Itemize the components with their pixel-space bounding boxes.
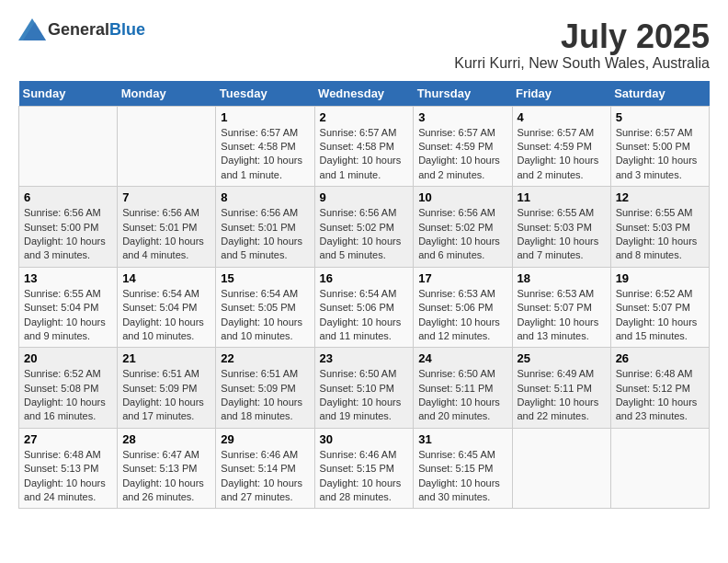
calendar-cell <box>610 428 709 509</box>
weekday-sunday: Sunday <box>19 81 118 107</box>
cell-text: Daylight: 10 hours and 20 minutes. <box>418 396 506 424</box>
calendar-week-row: 6Sunrise: 6:56 AMSunset: 5:00 PMDaylight… <box>19 187 710 268</box>
cell-text: Daylight: 10 hours and 27 minutes. <box>221 477 309 505</box>
title-block: July 2025 Kurri Kurri, New South Wales, … <box>454 18 710 72</box>
day-number: 24 <box>418 351 506 365</box>
calendar-cell: 22Sunrise: 6:51 AMSunset: 5:09 PMDayligh… <box>216 348 314 429</box>
logo-general: General <box>48 20 109 39</box>
cell-text: Daylight: 10 hours and 9 minutes. <box>24 316 112 344</box>
calendar-cell: 4Sunrise: 6:57 AMSunset: 4:59 PMDaylight… <box>512 106 610 187</box>
cell-text: Sunset: 5:04 PM <box>24 301 112 315</box>
calendar-cell: 24Sunrise: 6:50 AMSunset: 5:11 PMDayligh… <box>414 348 512 429</box>
calendar-cell: 1Sunrise: 6:57 AMSunset: 4:58 PMDaylight… <box>216 106 314 187</box>
calendar-body: 1Sunrise: 6:57 AMSunset: 4:58 PMDaylight… <box>19 106 710 509</box>
cell-text: Daylight: 10 hours and 2 minutes. <box>418 154 506 182</box>
calendar-week-row: 20Sunrise: 6:52 AMSunset: 5:08 PMDayligh… <box>19 348 710 429</box>
calendar-cell: 6Sunrise: 6:56 AMSunset: 5:00 PMDaylight… <box>19 187 118 268</box>
calendar-cell: 25Sunrise: 6:49 AMSunset: 5:11 PMDayligh… <box>512 348 610 429</box>
cell-text: Sunset: 5:02 PM <box>320 221 409 235</box>
cell-text: Sunset: 5:06 PM <box>320 301 409 315</box>
weekday-wednesday: Wednesday <box>314 81 414 107</box>
cell-text: Daylight: 10 hours and 1 minute. <box>320 154 409 182</box>
calendar-cell: 20Sunrise: 6:52 AMSunset: 5:08 PMDayligh… <box>19 348 118 429</box>
cell-text: Sunrise: 6:55 AM <box>616 206 704 220</box>
cell-text: Daylight: 10 hours and 1 minute. <box>221 154 309 182</box>
logo-icon <box>18 18 46 40</box>
cell-text: Sunset: 5:03 PM <box>518 221 606 235</box>
cell-text: Sunset: 5:15 PM <box>418 462 506 476</box>
cell-text: Sunrise: 6:52 AM <box>616 287 704 301</box>
calendar-cell: 13Sunrise: 6:55 AMSunset: 5:04 PMDayligh… <box>19 267 118 348</box>
calendar-cell: 5Sunrise: 6:57 AMSunset: 5:00 PMDaylight… <box>610 106 709 187</box>
cell-text: Sunset: 5:07 PM <box>518 301 606 315</box>
cell-text: Sunrise: 6:48 AM <box>616 367 704 381</box>
calendar-cell: 31Sunrise: 6:45 AMSunset: 5:15 PMDayligh… <box>414 428 512 509</box>
cell-text: Sunrise: 6:53 AM <box>518 287 606 301</box>
day-number: 5 <box>616 110 704 124</box>
cell-text: Daylight: 10 hours and 6 minutes. <box>418 235 506 263</box>
calendar-cell: 15Sunrise: 6:54 AMSunset: 5:05 PMDayligh… <box>216 267 314 348</box>
cell-text: Sunrise: 6:52 AM <box>24 367 112 381</box>
cell-text: Sunrise: 6:50 AM <box>320 367 409 381</box>
cell-text: Sunrise: 6:55 AM <box>518 206 606 220</box>
calendar-cell: 18Sunrise: 6:53 AMSunset: 5:07 PMDayligh… <box>512 267 610 348</box>
cell-text: Sunset: 4:58 PM <box>221 140 309 154</box>
calendar-cell: 19Sunrise: 6:52 AMSunset: 5:07 PMDayligh… <box>610 267 709 348</box>
cell-text: Sunset: 5:14 PM <box>221 462 309 476</box>
cell-text: Sunrise: 6:57 AM <box>320 126 409 140</box>
calendar-cell: 16Sunrise: 6:54 AMSunset: 5:06 PMDayligh… <box>314 267 414 348</box>
calendar-cell <box>118 106 216 187</box>
cell-text: Sunset: 5:10 PM <box>320 382 409 396</box>
day-number: 2 <box>320 110 409 124</box>
cell-text: Daylight: 10 hours and 4 minutes. <box>122 235 210 263</box>
cell-text: Sunset: 4:58 PM <box>320 140 409 154</box>
calendar-cell: 14Sunrise: 6:54 AMSunset: 5:04 PMDayligh… <box>118 267 216 348</box>
cell-text: Sunrise: 6:56 AM <box>320 206 409 220</box>
cell-text: Daylight: 10 hours and 16 minutes. <box>24 396 112 424</box>
cell-text: Sunrise: 6:51 AM <box>122 367 210 381</box>
cell-text: Sunset: 5:02 PM <box>418 221 506 235</box>
calendar-week-row: 27Sunrise: 6:48 AMSunset: 5:13 PMDayligh… <box>19 428 710 509</box>
day-number: 4 <box>518 110 606 124</box>
cell-text: Sunrise: 6:46 AM <box>320 448 409 462</box>
day-number: 16 <box>320 271 409 285</box>
calendar-cell: 10Sunrise: 6:56 AMSunset: 5:02 PMDayligh… <box>414 187 512 268</box>
day-number: 29 <box>221 432 309 446</box>
calendar-cell: 26Sunrise: 6:48 AMSunset: 5:12 PMDayligh… <box>610 348 709 429</box>
cell-text: Daylight: 10 hours and 24 minutes. <box>24 477 112 505</box>
cell-text: Sunset: 5:05 PM <box>221 301 309 315</box>
page-header: GeneralBlue July 2025 Kurri Kurri, New S… <box>18 18 710 72</box>
day-number: 22 <box>221 351 309 365</box>
day-number: 11 <box>518 190 606 204</box>
day-number: 6 <box>24 190 112 204</box>
day-number: 31 <box>418 432 506 446</box>
cell-text: Sunset: 5:08 PM <box>24 382 112 396</box>
day-number: 13 <box>24 271 112 285</box>
location-title: Kurri Kurri, New South Wales, Australia <box>454 55 710 72</box>
day-number: 7 <box>122 190 210 204</box>
calendar-table: SundayMondayTuesdayWednesdayThursdayFrid… <box>18 81 710 510</box>
weekday-thursday: Thursday <box>414 81 512 107</box>
day-number: 26 <box>616 351 704 365</box>
calendar-week-row: 13Sunrise: 6:55 AMSunset: 5:04 PMDayligh… <box>19 267 710 348</box>
cell-text: Daylight: 10 hours and 17 minutes. <box>122 396 210 424</box>
calendar-cell: 29Sunrise: 6:46 AMSunset: 5:14 PMDayligh… <box>216 428 314 509</box>
cell-text: Sunrise: 6:54 AM <box>320 287 409 301</box>
day-number: 3 <box>418 110 506 124</box>
cell-text: Sunrise: 6:54 AM <box>221 287 309 301</box>
cell-text: Daylight: 10 hours and 10 minutes. <box>221 316 309 344</box>
cell-text: Sunrise: 6:55 AM <box>24 287 112 301</box>
cell-text: Sunset: 5:15 PM <box>320 462 409 476</box>
weekday-saturday: Saturday <box>610 81 709 107</box>
cell-text: Sunrise: 6:57 AM <box>616 126 704 140</box>
cell-text: Sunset: 5:11 PM <box>518 382 606 396</box>
calendar-cell: 8Sunrise: 6:56 AMSunset: 5:01 PMDaylight… <box>216 187 314 268</box>
day-number: 27 <box>24 432 112 446</box>
day-number: 15 <box>221 271 309 285</box>
cell-text: Daylight: 10 hours and 7 minutes. <box>518 235 606 263</box>
cell-text: Sunrise: 6:54 AM <box>122 287 210 301</box>
calendar-cell: 2Sunrise: 6:57 AMSunset: 4:58 PMDaylight… <box>314 106 414 187</box>
calendar-cell: 7Sunrise: 6:56 AMSunset: 5:01 PMDaylight… <box>118 187 216 268</box>
cell-text: Daylight: 10 hours and 13 minutes. <box>518 316 606 344</box>
calendar-cell: 12Sunrise: 6:55 AMSunset: 5:03 PMDayligh… <box>610 187 709 268</box>
